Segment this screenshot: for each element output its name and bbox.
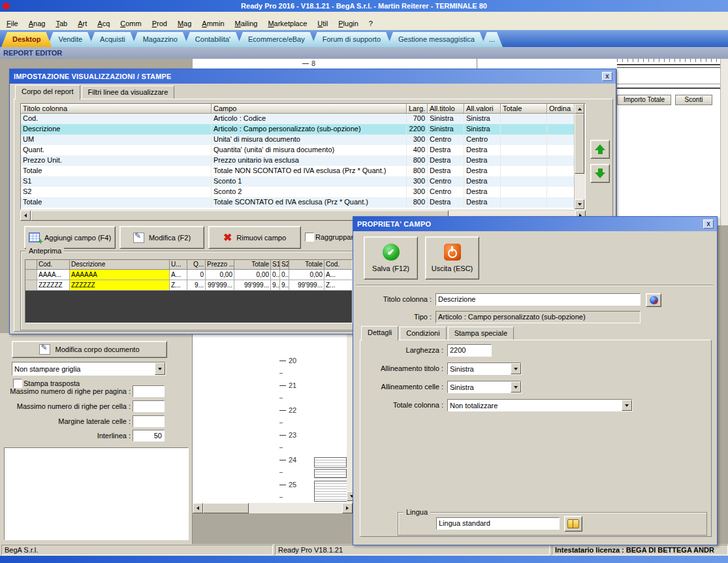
report-canvas-top-strip: 8	[193, 59, 617, 69]
menu-bar: File Anag Tab Art Acq Comm Prod Mag Ammi…	[0, 12, 728, 30]
scroll-down-arrow[interactable]	[575, 199, 584, 209]
move-row-down-button[interactable]	[590, 164, 610, 183]
menu-help[interactable]: ?	[364, 18, 378, 29]
table-row[interactable]: Prezzo Unit.Prezzo unitario iva esclusa8…	[21, 155, 574, 166]
col-header-campo[interactable]: Campo	[212, 104, 407, 114]
chevron-down-icon[interactable]	[511, 363, 521, 374]
edit-document-icon: ✎	[39, 344, 50, 355]
uscita-button[interactable]: Uscita (ESC)	[425, 236, 479, 280]
tab-corpo-del-report[interactable]: Corpo del report	[15, 85, 80, 100]
edit-icon: ✎	[133, 233, 144, 243]
tab-magazzino[interactable]: Magazzino	[132, 32, 189, 47]
titolo-colonna-input[interactable]: Descrizione	[435, 293, 641, 306]
tab-acquisti[interactable]: Acquisti	[89, 32, 136, 47]
aggiungi-campo-button[interactable]: + Aggiungi campo (F4)	[24, 226, 116, 249]
raggruppa-checkbox[interactable]	[305, 233, 314, 242]
menu-marketplace[interactable]: Marketplace	[262, 18, 312, 29]
col-header-all-valori[interactable]: All.valori	[464, 104, 501, 114]
tab-ecommerce-ebay[interactable]: Ecommerce/eBay	[237, 32, 316, 47]
tab-dettagli[interactable]: Dettagli	[361, 326, 398, 341]
scrollbar-thumb[interactable]	[575, 114, 584, 174]
menu-mailing[interactable]: Mailing	[230, 18, 263, 29]
margine-laterale-input[interactable]	[133, 415, 165, 427]
col-header-ordina[interactable]: Ordina	[547, 104, 574, 114]
rimuovi-campo-button[interactable]: ✖ Rimuovi campo	[208, 226, 301, 249]
scroll-up-arrow[interactable]	[575, 104, 584, 114]
allineamento-celle-label: Allineamento celle :	[365, 383, 443, 391]
table-vertical-scrollbar[interactable]	[574, 104, 585, 209]
menu-acq[interactable]: Acq	[92, 18, 115, 29]
tab-filtri-linee[interactable]: Filtri linee da visualizzare	[82, 86, 175, 99]
report-band-line	[617, 64, 720, 65]
canvas-horizontal-scrollbar[interactable]	[193, 503, 353, 513]
col-header-titolo-colonna[interactable]: Titolo colonna	[21, 104, 212, 114]
report-fragment	[314, 457, 347, 468]
move-row-up-button[interactable]	[590, 140, 610, 159]
close-icon[interactable]: x	[703, 219, 714, 229]
chevron-down-icon[interactable]	[511, 381, 521, 393]
allineamento-titolo-dropdown[interactable]: Sinistra	[447, 362, 522, 375]
menu-anag[interactable]: Anag	[24, 18, 51, 29]
interlinea-input[interactable]: 50	[133, 430, 165, 442]
report-canvas-middle: 20 21 22 23 24 25	[193, 333, 347, 503]
col-header-all-titolo[interactable]: All.titolo	[428, 104, 464, 114]
col-header-larg[interactable]: Larg.	[407, 104, 428, 114]
righe-cella-input[interactable]	[133, 400, 165, 412]
right-scrollbar-track[interactable]	[720, 59, 728, 225]
menu-tab[interactable]: Tab	[50, 18, 72, 29]
table-row[interactable]: UMUnita' di misura documento300CentroCen…	[21, 135, 574, 145]
table-row[interactable]: TotaleTotale NON SCONTATO ed IVA esclusa…	[21, 166, 574, 176]
lingua-input[interactable]: Lingua standard	[436, 517, 560, 530]
griglia-dropdown[interactable]: Non stampare griglia	[12, 362, 166, 376]
columns-table-header: Titolo colonna Campo Larg. All.titolo Al…	[21, 104, 574, 114]
close-icon[interactable]: x	[602, 72, 612, 81]
modifica-corpo-documento-button[interactable]: ✎ Modifica corpo documento	[12, 341, 167, 358]
tab-vendite[interactable]: Vendite	[47, 32, 93, 47]
table-row[interactable]: S1Sconto 1300CentroDestra	[21, 176, 574, 187]
col-header-totale[interactable]: Totale	[501, 104, 547, 114]
tab-forum-di-supporto[interactable]: Forum di supporto	[311, 32, 392, 47]
chevron-down-icon[interactable]	[155, 362, 165, 375]
larghezza-input[interactable]: 2200	[447, 344, 492, 357]
modifica-button[interactable]: ✎ Modifica (F2)	[119, 226, 204, 249]
status-license: Intestatario licenza : BEGA DI BETTEGA A…	[552, 545, 728, 555]
tab-condizioni[interactable]: Condizioni	[400, 327, 446, 340]
stampa-trasposta-checkbox[interactable]	[13, 379, 22, 388]
totale-colonna-dropdown[interactable]: Non totalizzare	[447, 399, 633, 411]
table-row[interactable]: TotaleTotale SCONTATO ed IVA esclusa (Pr…	[21, 197, 574, 208]
lingua-label: Lingua	[404, 508, 430, 517]
status-bar: BegA S.r.l. Ready Pro V18.1.21 Intestata…	[0, 544, 728, 556]
menu-ammin[interactable]: Ammin	[197, 18, 229, 29]
scroll-left-arrow[interactable]	[193, 503, 203, 513]
menu-mag[interactable]: Mag	[172, 18, 197, 29]
table-row-selected[interactable]: DescrizioneArticolo : Campo personalizza…	[21, 124, 574, 135]
righe-pagina-input[interactable]	[133, 385, 165, 397]
chevron-down-icon[interactable]	[622, 400, 632, 411]
menu-util[interactable]: Util	[312, 18, 333, 29]
tab-desktop[interactable]: Desktop	[1, 32, 52, 47]
tab-contabilita[interactable]: Contabilita'	[184, 32, 242, 47]
translate-button[interactable]	[646, 293, 661, 307]
table-row[interactable]: Cod.Articolo : Codice700SinistraSinistra	[21, 114, 574, 124]
window-titlebar: Ready Pro 2016 - V18.1.21 - BegA S.r.l. …	[0, 0, 728, 12]
columns-table: Titolo colonna Campo Larg. All.titolo Al…	[20, 103, 586, 210]
salva-button[interactable]: ✔ Salva (F12)	[364, 236, 418, 280]
scroll-left-arrow[interactable]	[20, 210, 31, 221]
table-row[interactable]: Quant.Quantita' (unita' di misura docume…	[21, 145, 574, 155]
scroll-right-arrow[interactable]	[342, 503, 353, 513]
tab-more[interactable]: ...	[481, 32, 503, 47]
menu-prod[interactable]: Prod	[147, 18, 172, 29]
margine-laterale-label: Margine laterale celle :	[0, 417, 131, 425]
tab-gestione-messaggistica[interactable]: Gestione messaggistica	[387, 32, 486, 47]
report-fragment	[314, 469, 347, 478]
menu-comm[interactable]: Comm	[115, 18, 146, 29]
allineamento-celle-dropdown[interactable]: Sinistra	[447, 381, 522, 393]
menu-art[interactable]: Art	[72, 18, 92, 29]
lingua-select-button[interactable]	[564, 516, 582, 532]
scrollbar-thumb[interactable]	[203, 503, 249, 513]
table-row[interactable]: S2Sconto 2300CentroDestra	[21, 187, 574, 197]
menu-plugin[interactable]: Plugin	[333, 18, 364, 29]
menu-file[interactable]: File	[1, 18, 24, 29]
tab-stampa-speciale[interactable]: Stampa speciale	[448, 327, 514, 340]
griglia-dropdown-value: Non stampare griglia	[12, 365, 155, 373]
